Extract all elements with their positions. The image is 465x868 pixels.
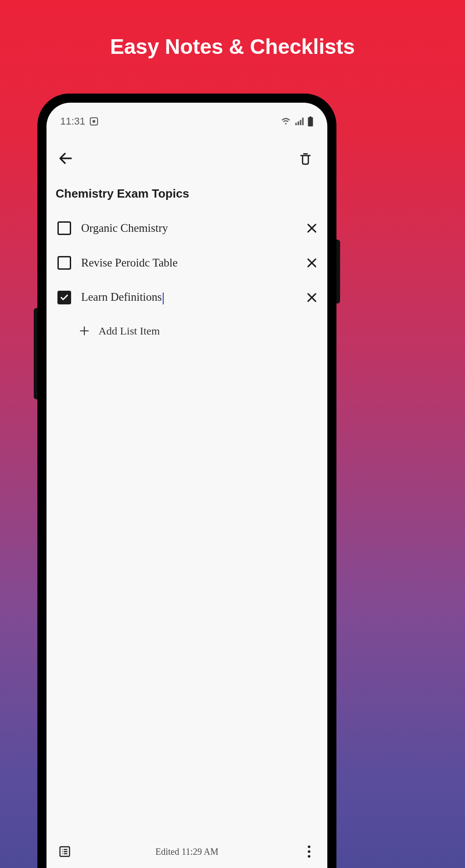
item-text[interactable]: Organic Chemistry [81, 222, 293, 235]
add-item-label: Add List Item [98, 325, 160, 337]
item-text[interactable]: Learn Definitions [81, 291, 293, 304]
svg-point-2 [308, 850, 310, 853]
svg-point-3 [308, 855, 310, 858]
item-text-label: Learn Definitions [81, 291, 162, 303]
check-icon [60, 293, 69, 302]
wifi-icon [281, 117, 291, 126]
more-options-button[interactable] [299, 842, 319, 862]
back-button[interactable] [55, 147, 77, 169]
trash-icon [299, 152, 312, 165]
arrow-left-icon [57, 150, 74, 167]
remove-item-button[interactable] [303, 219, 321, 237]
list-view-icon [58, 845, 71, 858]
more-vertical-icon [307, 845, 311, 858]
list-item: Revise Peroidc Table [55, 246, 321, 280]
instagram-notification-icon [90, 117, 98, 125]
list-item: Learn Definitions [55, 280, 321, 315]
remove-item-button[interactable] [303, 288, 321, 307]
checkbox[interactable] [57, 256, 71, 270]
bottom-bar: Edited 11:29 AM [46, 836, 327, 868]
close-icon [305, 222, 318, 235]
view-options-button[interactable] [55, 842, 75, 862]
delete-button[interactable] [294, 147, 316, 169]
svg-point-1 [308, 846, 310, 848]
phone-frame: 11:31 Chemistry [37, 94, 336, 868]
status-time: 11:31 [60, 115, 85, 127]
checklist: Organic Chemistry Revise Peroidc Table L… [46, 209, 327, 347]
battery-icon [307, 116, 314, 126]
edited-timestamp: Edited 11:29 AM [155, 847, 218, 857]
app-bar [46, 132, 327, 178]
signal-icon [294, 117, 304, 126]
list-item: Organic Chemistry [55, 211, 321, 246]
promo-headline: Easy Notes & Checklists [0, 0, 465, 59]
remove-item-button[interactable] [303, 254, 321, 272]
checkbox[interactable] [57, 221, 71, 235]
close-icon [305, 291, 318, 304]
plus-icon [78, 324, 91, 338]
item-text[interactable]: Revise Peroidc Table [81, 256, 293, 269]
phone-side-button-right [336, 240, 340, 303]
close-icon [305, 256, 318, 269]
note-title[interactable]: Chemistry Exam Topics [46, 178, 327, 209]
checkbox[interactable] [57, 291, 71, 304]
phone-screen: 11:31 Chemistry [46, 103, 327, 868]
text-cursor [163, 293, 164, 304]
phone-side-button-left [34, 308, 37, 399]
status-bar: 11:31 [46, 103, 327, 132]
add-list-item-button[interactable]: Add List Item [55, 315, 321, 347]
